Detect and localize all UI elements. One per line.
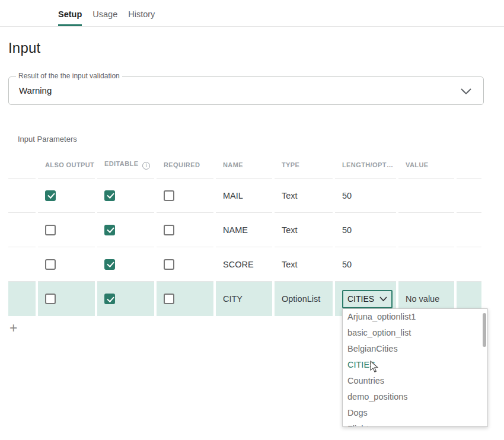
param-type: OptionList xyxy=(275,282,333,316)
param-length: 50 xyxy=(335,213,396,247)
also-output-checkbox[interactable] xyxy=(45,225,56,235)
dropdown-item-selected[interactable]: CITIES xyxy=(343,357,487,373)
param-length: 50 xyxy=(335,247,396,282)
param-name: NAME xyxy=(216,213,272,247)
input-parameters-label: Input Parameters xyxy=(18,135,504,144)
param-value xyxy=(398,247,454,282)
param-type: Text xyxy=(275,247,333,282)
header-also-output: ALSO OUTPUT xyxy=(38,152,95,178)
param-name: MAIL xyxy=(216,178,272,213)
required-checkbox[interactable] xyxy=(164,225,174,235)
param-length: 50 xyxy=(335,178,396,213)
header-value: VALUE xyxy=(398,152,454,178)
param-type: Text xyxy=(275,178,333,213)
header-required: REQUIRED xyxy=(157,152,213,178)
page-title: Input xyxy=(8,40,504,56)
dropdown-item[interactable]: basic_option_list xyxy=(343,325,487,341)
table-row: NAME Text 50 xyxy=(8,213,481,247)
tab-setup[interactable]: Setup xyxy=(58,9,82,26)
dropdown-item[interactable]: Countries xyxy=(343,373,487,389)
chevron-down-icon xyxy=(461,88,471,94)
editable-checkbox[interactable] xyxy=(104,259,115,270)
setup-page: Setup Usage History Input Result of the … xyxy=(0,0,504,440)
also-output-checkbox[interactable] xyxy=(45,294,56,304)
required-checkbox[interactable] xyxy=(164,259,174,270)
dropdown-scrollbar[interactable] xyxy=(483,313,486,347)
optionlist-dropdown: Arjuna_optionlist1 basic_option_list Bel… xyxy=(342,308,488,427)
header-name: NAME xyxy=(216,152,272,178)
param-type: Text xyxy=(275,213,333,247)
chevron-down-icon xyxy=(379,296,387,301)
add-parameter-button[interactable]: + xyxy=(9,322,23,335)
dropdown-item[interactable]: demo_positions xyxy=(343,389,487,405)
param-name: CITY xyxy=(216,282,272,316)
validation-result-value: Warning xyxy=(9,77,483,104)
tab-usage[interactable]: Usage xyxy=(92,9,117,26)
also-output-checkbox[interactable] xyxy=(45,259,56,270)
dropdown-item[interactable]: BelgianCities xyxy=(343,341,487,357)
dropdown-item[interactable]: Arjuna_optionlist1 xyxy=(343,309,487,325)
param-value xyxy=(398,178,454,213)
also-output-checkbox[interactable] xyxy=(45,190,56,201)
tab-bar: Setup Usage History xyxy=(0,0,504,27)
tab-history[interactable]: History xyxy=(128,9,155,26)
validation-result-label: Result of the the input validation xyxy=(16,72,122,80)
header-editable: EDITABLEi xyxy=(97,152,154,178)
header-type: TYPE xyxy=(275,152,333,178)
dropdown-item[interactable]: Dogs xyxy=(343,405,487,421)
input-parameters-table: ALSO OUTPUT EDITABLEi REQUIRED NAME TYPE… xyxy=(6,152,484,316)
table-row: MAIL Text 50 xyxy=(8,178,481,213)
info-icon[interactable]: i xyxy=(142,162,150,170)
optionlist-select[interactable]: CITIES xyxy=(342,290,393,308)
param-name: SCORE xyxy=(216,247,272,282)
optionlist-select-value: CITIES xyxy=(347,294,374,304)
editable-checkbox[interactable] xyxy=(104,225,115,235)
required-checkbox[interactable] xyxy=(164,294,174,304)
editable-checkbox[interactable] xyxy=(104,294,115,304)
table-header-row: ALSO OUTPUT EDITABLEi REQUIRED NAME TYPE… xyxy=(8,152,481,178)
editable-checkbox[interactable] xyxy=(104,190,115,201)
validation-result-select[interactable]: Result of the the input validation Warni… xyxy=(8,76,484,105)
header-spacer xyxy=(8,152,36,178)
header-length-options: LENGTH/OPT… xyxy=(335,152,396,178)
table-row: SCORE Text 50 xyxy=(8,247,481,282)
required-checkbox[interactable] xyxy=(164,190,174,201)
header-spacer xyxy=(457,152,481,178)
param-value xyxy=(398,213,454,247)
dropdown-item[interactable]: Flights xyxy=(343,421,487,427)
